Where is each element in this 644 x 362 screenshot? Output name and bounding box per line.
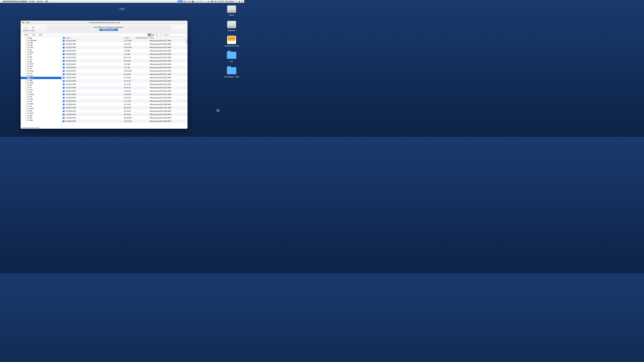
file-row[interactable]: FILE023.MP41.42 MB/Windows/mp4/FILE023.M… (62, 52, 188, 56)
sidebar-item-fcpevent[interactable]: fcpevent (21, 39, 62, 41)
file-row[interactable]: FILE015.MP430.21 KB/Windows/mp4/FILE015.… (62, 79, 188, 83)
sidebar-checkbox[interactable] (25, 86, 27, 88)
sidebar-item-wma[interactable]: wma (21, 70, 62, 72)
siri-icon[interactable]: ◉ (239, 0, 240, 2)
sidebar-checkbox[interactable] (25, 96, 27, 97)
kaspersky-icon[interactable]: K (187, 0, 188, 2)
file-checkbox[interactable] (62, 117, 66, 119)
sidebar-item-zip[interactable]: zip (21, 56, 62, 58)
column-path[interactable]: Pfad (150, 37, 188, 39)
file-checkbox[interactable] (62, 40, 66, 42)
file-row[interactable]: FILE019.MP43.77 MB/Windows/mp4/FILE019.M… (62, 66, 188, 69)
sidebar-checkbox[interactable] (25, 72, 27, 74)
wifi-icon[interactable]: ◠ (205, 0, 206, 2)
sidebar-checkbox[interactable] (25, 77, 27, 79)
sidebar-checkbox[interactable] (25, 119, 27, 121)
sidebar-item-wmv[interactable]: wmv (21, 103, 62, 105)
file-checkbox[interactable] (62, 43, 66, 45)
window-titlebar[interactable]: EaseUS Data Recovery Wizard Trial (21, 21, 188, 24)
view-columns-icon[interactable]: ◫ (155, 33, 159, 36)
sync-icon[interactable]: ↻ (198, 0, 199, 2)
file-checkbox[interactable] (62, 93, 66, 95)
sidebar-item-chm[interactable]: chm (21, 46, 62, 49)
nvidia-icon[interactable]: ◐ (184, 0, 186, 2)
sidebar-item-mid[interactable]: mid (21, 98, 62, 100)
view-list-icon[interactable]: ☰ (148, 33, 152, 36)
sidebar-item-wav[interactable]: wav (21, 74, 62, 77)
menu-sprache[interactable]: Sprache (37, 0, 43, 2)
sidebar-checkbox[interactable] (25, 63, 27, 65)
file-checkbox[interactable] (62, 46, 66, 48)
sidebar-checkbox[interactable] (25, 89, 27, 90)
column-date[interactable]: Erstellungsdatum (135, 37, 150, 39)
sidebar-item-hlp[interactable]: hlp (21, 110, 62, 112)
menu-hilfe[interactable]: Hilfe (45, 0, 48, 2)
timemachine-icon[interactable]: ⟳ (200, 0, 202, 2)
file-row[interactable]: FILE006.MP440.76 KB/Windows/mp4/FILE006.… (62, 109, 188, 113)
file-checkbox[interactable] (62, 120, 66, 122)
sidebar-checkbox[interactable] (25, 39, 27, 41)
file-row[interactable]: FILE016.MP431.76 KB/Windows/mp4/FILE016.… (62, 76, 188, 79)
notification-center-icon[interactable]: ☰ (241, 0, 243, 2)
sidebar-item-wmf[interactable]: wmf (21, 63, 62, 65)
sidebar-checkbox[interactable] (25, 56, 27, 58)
sidebar-checkbox[interactable] (25, 108, 27, 109)
sidebar-checkbox[interactable] (25, 100, 27, 102)
file-checkbox[interactable] (62, 57, 66, 58)
file-checkbox[interactable] (62, 53, 66, 55)
sidebar-item-bmp[interactable]: bmp (21, 51, 62, 53)
sidebar-item-gif[interactable]: gif (21, 60, 62, 63)
file-checkbox[interactable] (62, 50, 66, 52)
home-button[interactable]: ⌂ Startseite (23, 26, 29, 31)
sidebar-checkbox[interactable] (25, 61, 27, 62)
display-icon[interactable]: ▭ (195, 0, 196, 2)
sidebar-checkbox[interactable] (25, 79, 27, 81)
weather-badge[interactable]: ⛅33° (178, 0, 183, 2)
sidebar-checkbox[interactable] (25, 105, 27, 107)
sidebar-checkbox[interactable] (25, 68, 27, 69)
file-checkbox[interactable] (62, 97, 66, 99)
file-checkbox[interactable] (62, 114, 66, 115)
file-row[interactable]: FILE007.MP440.62 KB/Windows/mp4/FILE007.… (62, 106, 188, 109)
file-row[interactable]: FILE011.MP413.45 KB/Windows/mp4/FILE011.… (62, 93, 188, 96)
file-row[interactable]: FILE018.MP4319.30 KB/Windows/mp4/FILE018… (62, 69, 188, 72)
sidebar-checkbox[interactable] (25, 49, 27, 51)
desktop-icon-schreibtisch---imac[interactable]: Schreibtisch - iMac (224, 66, 240, 78)
sidebar-checkbox[interactable] (25, 42, 27, 43)
sidebar-item-jpg[interactable]: jpg (21, 37, 62, 39)
file-checkbox[interactable] (62, 80, 66, 82)
sidebar-item-avi[interactable]: avi (21, 100, 62, 103)
sidebar-checkbox[interactable] (25, 103, 27, 105)
file-scrollbar[interactable] (186, 39, 187, 44)
file-checkbox[interactable] (62, 83, 66, 85)
desktop-icon-sierra[interactable]: Sierra (226, 5, 237, 16)
file-row[interactable]: FILE017.MP430.14 KB/Windows/mp4/FILE017.… (62, 72, 188, 76)
file-checkbox[interactable] (62, 87, 66, 89)
column-checkbox[interactable] (62, 37, 66, 39)
file-checkbox[interactable] (62, 107, 66, 109)
sidebar-checkbox[interactable] (25, 70, 27, 72)
recover-button[interactable]: Wiederherstellen (99, 29, 118, 31)
file-checkbox[interactable] (62, 77, 66, 79)
sidebar-checkbox[interactable] (25, 54, 27, 55)
sidebar-item-docx[interactable]: docx (21, 112, 62, 114)
sidebar-item-svg[interactable]: svg (21, 65, 62, 67)
sidebar-item-pdf[interactable]: pdf (21, 79, 62, 81)
file-checkbox[interactable] (62, 110, 66, 112)
file-row[interactable]: FILE027.MP4175.79 KB/Windows/mp4/FILE027… (62, 39, 188, 42)
tab-pfad[interactable]: Pfad (22, 33, 30, 36)
file-row[interactable]: FILE003.MP4137.25 KB/Windows/mp4/FILE003… (62, 119, 188, 123)
sidebar-checkbox[interactable] (25, 115, 27, 116)
file-row[interactable]: FILE004.MP4459.09 KB/Windows/mp4/FILE004… (62, 116, 188, 119)
spotlight-icon[interactable]: 🔍 (236, 0, 238, 2)
file-row[interactable]: FILE013.MP420.95 KB/Windows/mp4/FILE013.… (62, 86, 188, 89)
sidebar-checkbox[interactable] (25, 93, 27, 95)
file-row[interactable]: FILE026.MP434.52 KB/Windows/mp4/FILE026.… (62, 42, 188, 46)
file-row[interactable]: FILE012.MP415.33 KB/Windows/mp4/FILE012.… (62, 89, 188, 93)
desktop-icon-windows[interactable]: Windows (226, 20, 237, 31)
sidebar-item-cur[interactable]: cur (21, 72, 62, 74)
sidebar-checkbox[interactable] (25, 110, 27, 112)
fan-icon[interactable]: ❋ (189, 0, 191, 2)
sidebar-item-tif[interactable]: tif (21, 86, 62, 88)
file-checkbox[interactable] (62, 100, 66, 102)
